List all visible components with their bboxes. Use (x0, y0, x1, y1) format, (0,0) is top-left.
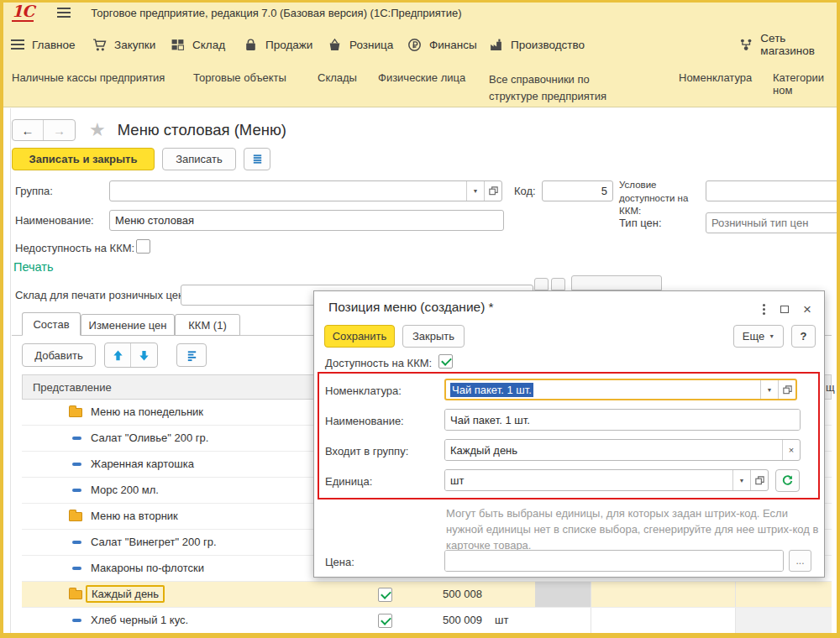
add-button[interactable]: Добавить (22, 343, 96, 367)
selected-text: Чай пакет. 1 шт. (446, 380, 760, 399)
refresh-units-button[interactable] (775, 469, 800, 492)
open-link-icon[interactable] (778, 380, 795, 399)
open-link-icon[interactable] (484, 181, 501, 201)
menu-position-dialog: Позиция меню (создание) * × Сохранить За… (313, 290, 825, 578)
table-row-selected[interactable]: Каждый день 500 008 (22, 582, 832, 608)
dialog-save-button[interactable]: Сохранить (324, 325, 395, 348)
menu-item-roznica[interactable]: Розница (328, 25, 393, 64)
kebab-menu-icon[interactable] (755, 301, 772, 316)
hidden-button-partial[interactable] (551, 278, 565, 290)
page-title: Меню столовая (Меню) (118, 121, 286, 139)
arrow-up-icon (112, 349, 124, 362)
menu-label: Сеть магазинов (760, 32, 840, 57)
group-in-input[interactable] (445, 440, 782, 460)
price-input[interactable] (445, 551, 783, 571)
dialog-title: Позиция меню (создание) * (328, 300, 494, 315)
menu-item-zakupki[interactable]: Закупки (92, 25, 155, 64)
dialog-close-button[interactable]: Закрыть (402, 325, 465, 348)
menu-item-set-magazinov[interactable]: Сеть магазинов (739, 25, 840, 64)
unavailable-kkm-label: Недоступность на ККМ: (15, 242, 134, 254)
menu-label: Производство (511, 39, 585, 51)
sub-item-trade-objects[interactable]: Торговые объекты (193, 71, 286, 84)
basket-icon (328, 38, 342, 52)
print-section-link[interactable]: Печать (13, 260, 54, 274)
name-input[interactable] (109, 210, 504, 231)
menu-label: Розница (349, 39, 393, 51)
help-button[interactable]: ? (791, 325, 816, 348)
table-row[interactable]: Хлеб черный 1 кус. 500 009 шт (22, 608, 832, 634)
save-and-close-button[interactable]: Записать и закрыть (12, 148, 155, 170)
kkm-condition-field (706, 180, 840, 201)
save-button[interactable]: Записать (162, 148, 236, 170)
tab-sostav[interactable]: Состав (22, 312, 81, 336)
selected-cell: Каждый день (86, 585, 165, 603)
sub-item-nomenclature[interactable]: Номенклатура (679, 71, 752, 84)
dialog-name-label: Наименование: (325, 415, 404, 427)
nomenclature-field[interactable]: Чай пакет. 1 шт. ▼ (444, 379, 797, 400)
section-menu-bar: Главное Закупки Склад Продажи Розница Фи… (0, 25, 840, 64)
kkm-available-label: Доступность на ККМ: (325, 357, 432, 369)
kkm-condition-input[interactable] (706, 181, 839, 201)
price-picker-button[interactable]: ... (789, 550, 811, 572)
price-type-field (706, 212, 840, 233)
kkm-available-checkbox[interactable] (438, 354, 453, 369)
chevron-down-icon[interactable]: ▼ (732, 470, 750, 490)
unavailable-kkm-checkbox[interactable] (136, 239, 150, 254)
menu-item-sklad[interactable]: Склад (171, 25, 225, 64)
sub-item-all-directories[interactable]: Все справочники по структуре предприятия (489, 71, 640, 104)
menu-item-finansy[interactable]: Финансы (407, 25, 477, 64)
folder-icon (69, 408, 82, 417)
code-input[interactable] (542, 180, 613, 201)
hidden-button-partial[interactable] (534, 278, 549, 290)
maximize-icon[interactable] (776, 301, 793, 316)
clear-icon[interactable]: × (782, 440, 800, 460)
folder-icon (69, 512, 82, 521)
name-label: Наименование: (15, 214, 94, 227)
more-button[interactable]: Еще▼ (733, 325, 784, 348)
row-checkbox[interactable] (378, 614, 392, 628)
report-structure-button[interactable] (244, 148, 270, 170)
list-view-button[interactable] (176, 343, 207, 367)
sub-item-categories[interactable]: Категории ном (773, 71, 840, 97)
dialog-name-input[interactable] (445, 410, 800, 430)
back-button[interactable]: ← (13, 120, 44, 140)
tab-kkm[interactable]: ККМ (1) (175, 314, 240, 336)
open-link-icon[interactable] (750, 470, 768, 490)
cart-icon (92, 38, 107, 52)
window-title: Торговое предприятие, редакция 7.0 (Базо… (91, 7, 461, 19)
item-dash-icon (72, 619, 81, 622)
move-down-button[interactable] (131, 343, 157, 367)
tab-izmenenie-cen[interactable]: Изменение цен (81, 314, 175, 336)
sub-item-warehouses[interactable]: Склады (318, 71, 357, 84)
bag-icon (244, 38, 258, 52)
hidden-button-partial[interactable] (571, 275, 662, 290)
column-header-partial: щ (826, 381, 835, 394)
command-sub-menu: Наличные кассы предприятия Торговые объе… (0, 64, 840, 107)
unit-input[interactable] (445, 470, 732, 490)
nomenclature-label: Номенклатура: (325, 384, 402, 397)
ruble-icon (407, 38, 422, 52)
arrow-down-icon (138, 349, 150, 362)
code-label: Код: (514, 185, 536, 197)
column-header-presentation: Представление (33, 381, 112, 394)
menu-label: Продажи (265, 39, 312, 51)
chevron-down-icon[interactable]: ▼ (760, 380, 778, 399)
unit-hint-text: Могут быть выбраны единицы, для которых … (446, 506, 826, 554)
chevron-down-icon[interactable]: ▼ (466, 181, 484, 201)
group-input[interactable] (110, 181, 466, 201)
menu-item-glavnoe[interactable]: Главное (11, 25, 76, 64)
list-icon (186, 349, 198, 362)
close-icon[interactable]: × (799, 301, 816, 316)
chevron-down-icon: ▼ (769, 333, 774, 339)
price-type-input[interactable] (706, 213, 839, 233)
forward-button[interactable]: → (44, 120, 75, 140)
sub-item-individuals[interactable]: Физические лица (378, 71, 465, 84)
menu-item-proizvodstvo[interactable]: Производство (489, 25, 585, 64)
menu-item-prodazhi[interactable]: Продажи (244, 25, 312, 64)
sub-item-cash-desks[interactable]: Наличные кассы предприятия (12, 71, 165, 84)
favorite-star-icon[interactable]: ★ (89, 119, 106, 141)
move-up-button[interactable] (105, 343, 131, 367)
main-menu-icon[interactable] (57, 8, 71, 18)
group-in-label: Входит в группу: (325, 445, 408, 458)
row-checkbox[interactable] (378, 588, 392, 602)
